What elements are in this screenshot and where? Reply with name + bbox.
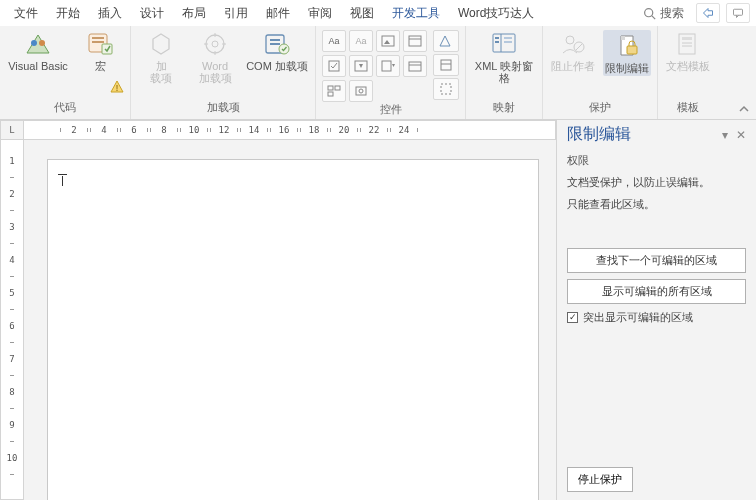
properties-button[interactable] bbox=[433, 54, 459, 76]
ruler-mark: 2 bbox=[9, 189, 14, 199]
svg-point-14 bbox=[212, 41, 218, 47]
svg-rect-32 bbox=[409, 62, 421, 71]
panel-section-heading: 权限 bbox=[567, 153, 746, 168]
addins-button[interactable]: 加 载项 bbox=[137, 30, 185, 84]
tab-insert[interactable]: 插入 bbox=[90, 1, 130, 26]
ruler-mark: 10 bbox=[183, 125, 205, 135]
show-all-regions-button[interactable]: 显示可编辑的所有区域 bbox=[567, 279, 746, 304]
share-button[interactable] bbox=[696, 3, 720, 23]
panel-options-button[interactable]: ▾ bbox=[722, 128, 728, 142]
ruler-mark: 14 bbox=[243, 125, 265, 135]
svg-rect-42 bbox=[441, 84, 451, 94]
panel-title: 限制编辑 bbox=[567, 124, 714, 145]
group-templates-label: 模板 bbox=[677, 100, 699, 117]
svg-marker-39 bbox=[440, 36, 450, 46]
com-addins-button[interactable]: COM 加载项 bbox=[245, 30, 309, 72]
control-repeating[interactable] bbox=[322, 80, 346, 102]
visual-basic-button[interactable]: Visual Basic bbox=[6, 30, 70, 72]
tab-tips[interactable]: Word技巧达人 bbox=[450, 1, 542, 26]
svg-rect-36 bbox=[328, 92, 333, 96]
tab-strip: 文件 开始 插入 设计 布局 引用 邮件 审阅 视图 开发工具 Word技巧达人… bbox=[0, 0, 756, 26]
doc-template-button[interactable]: 文档模板 bbox=[664, 30, 712, 72]
svg-rect-21 bbox=[270, 43, 280, 45]
svg-rect-35 bbox=[335, 86, 340, 90]
ruler-mark: 20 bbox=[333, 125, 355, 135]
control-dropdown[interactable] bbox=[376, 55, 400, 77]
control-checkbox[interactable] bbox=[322, 55, 346, 77]
ruler-mark: 16 bbox=[273, 125, 295, 135]
macros-label: 宏 bbox=[95, 60, 106, 72]
comments-button[interactable] bbox=[726, 3, 750, 23]
ruler-mark: 4 bbox=[93, 125, 115, 135]
highlight-regions-label: 突出显示可编辑的区域 bbox=[583, 310, 693, 325]
tab-file[interactable]: 文件 bbox=[6, 1, 46, 26]
svg-rect-30 bbox=[382, 61, 391, 71]
com-addins-label: COM 加载项 bbox=[246, 60, 308, 72]
control-datepicker[interactable] bbox=[403, 55, 427, 77]
group-addins: 加 载项 Word 加载项 COM 加载项 加载项 bbox=[131, 26, 316, 119]
search-box[interactable]: 搜索 bbox=[637, 5, 690, 22]
svg-marker-31 bbox=[392, 64, 395, 67]
xml-mapping-label: XML 映射窗格 bbox=[472, 60, 536, 84]
checkmark-icon: ✓ bbox=[567, 312, 578, 323]
tab-layout[interactable]: 布局 bbox=[174, 1, 214, 26]
highlight-regions-checkbox[interactable]: ✓ 突出显示可编辑的区域 bbox=[567, 310, 746, 325]
vertical-ruler[interactable]: 12345678910 bbox=[0, 140, 24, 500]
horizontal-ruler[interactable]: 24681012141618202224 bbox=[24, 120, 556, 140]
text-cursor bbox=[58, 176, 68, 186]
tab-design[interactable]: 设计 bbox=[132, 1, 172, 26]
tab-developer[interactable]: 开发工具 bbox=[384, 1, 448, 26]
tab-review[interactable]: 审阅 bbox=[300, 1, 340, 26]
design-mode-button[interactable] bbox=[433, 30, 459, 52]
block-authors-button[interactable]: 阻止作者 bbox=[549, 30, 597, 72]
ruler-mark: 18 bbox=[303, 125, 325, 135]
svg-point-4 bbox=[31, 40, 37, 46]
control-building-block[interactable] bbox=[403, 30, 427, 52]
search-icon bbox=[643, 7, 656, 20]
control-combobox[interactable] bbox=[349, 55, 373, 77]
word-addins-button[interactable]: Word 加载项 bbox=[191, 30, 239, 84]
tab-home[interactable]: 开始 bbox=[48, 1, 88, 26]
svg-rect-37 bbox=[356, 87, 366, 95]
control-picture[interactable] bbox=[376, 30, 400, 52]
group-protect: 阻止作者 限制编辑 保护 bbox=[543, 26, 658, 119]
svg-point-5 bbox=[39, 40, 45, 46]
group-mapping-label: 映射 bbox=[493, 100, 515, 117]
ruler-mark: 24 bbox=[393, 125, 415, 135]
tab-mailings[interactable]: 邮件 bbox=[258, 1, 298, 26]
svg-rect-7 bbox=[92, 37, 104, 39]
xml-mapping-button[interactable]: XML 映射窗格 bbox=[472, 30, 536, 84]
panel-close-button[interactable]: ✕ bbox=[736, 128, 746, 142]
restrict-editing-button[interactable]: 限制编辑 bbox=[603, 30, 651, 76]
stop-protection-button[interactable]: 停止保护 bbox=[567, 467, 633, 492]
ruler-mark: 3 bbox=[9, 222, 14, 232]
collapse-ribbon-button[interactable] bbox=[738, 103, 750, 115]
svg-point-13 bbox=[206, 35, 224, 53]
tab-view[interactable]: 视图 bbox=[342, 1, 382, 26]
search-label: 搜索 bbox=[660, 5, 684, 22]
visual-basic-label: Visual Basic bbox=[8, 60, 68, 72]
document-page[interactable] bbox=[48, 160, 538, 500]
restrict-editing-icon bbox=[611, 32, 643, 60]
svg-rect-47 bbox=[504, 37, 512, 39]
group-controls-button[interactable] bbox=[433, 78, 459, 100]
svg-rect-52 bbox=[627, 46, 637, 54]
macros-button[interactable]: 宏 ! bbox=[76, 30, 124, 72]
ruler-mark: 5 bbox=[9, 288, 14, 298]
svg-rect-54 bbox=[682, 37, 692, 40]
restrict-editing-label: 限制编辑 bbox=[605, 62, 649, 74]
group-templates: 文档模板 模板 bbox=[658, 26, 718, 119]
document-canvas[interactable] bbox=[24, 140, 556, 500]
control-plaintext[interactable]: Aa bbox=[349, 30, 373, 52]
word-addins-icon bbox=[199, 30, 231, 58]
ruler-mark: 6 bbox=[123, 125, 145, 135]
svg-point-49 bbox=[566, 36, 574, 44]
find-next-region-button[interactable]: 查找下一个可编辑的区域 bbox=[567, 248, 746, 273]
ruler-mark: 8 bbox=[9, 387, 14, 397]
tab-references[interactable]: 引用 bbox=[216, 1, 256, 26]
svg-rect-46 bbox=[495, 41, 499, 43]
control-richtext[interactable]: Aa bbox=[322, 30, 346, 52]
control-legacy[interactable] bbox=[349, 80, 373, 102]
visual-basic-icon bbox=[22, 30, 54, 58]
tab-selector[interactable]: L bbox=[0, 120, 24, 140]
